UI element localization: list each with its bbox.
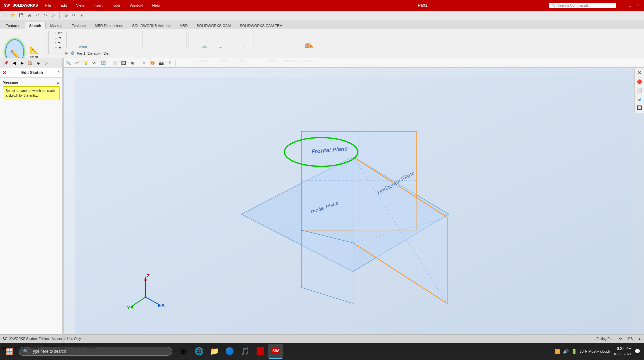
rectangle-button[interactable]: ▭ ▼ <box>53 36 64 40</box>
panel-expand-button[interactable]: ▷ <box>43 60 49 66</box>
circle-icon: ○ <box>55 41 56 45</box>
close-editsketch-button[interactable]: ✕ <box>3 70 7 75</box>
arc-button[interactable]: ◠ ▼ <box>53 46 64 50</box>
status-editing: Editing Part <box>596 337 614 341</box>
tab-evaluate[interactable]: Evaluate <box>67 22 90 29</box>
view-settings1[interactable]: ⬜ <box>111 59 118 67</box>
status-edition: SOLIDWORKS Student Edition - Academic Us… <box>3 337 596 341</box>
pin-icon[interactable]: 📌 <box>3 60 9 66</box>
tab-solidworks-cam-tbm[interactable]: SOLIDWORKS CAM TBM <box>235 22 287 29</box>
windows-icon: 🪟 <box>5 347 14 355</box>
circle-button[interactable]: ○ ▼ <box>53 41 64 45</box>
window-controls: — □ ✕ <box>619 2 641 9</box>
arc-icon: ◠ <box>55 46 57 50</box>
search-box[interactable]: 🔍 Search Commands <box>549 3 616 8</box>
status-icon: ⚙ <box>619 337 622 341</box>
menu-window[interactable]: Window <box>128 2 145 9</box>
home-icon[interactable]: 🏠 <box>27 60 33 66</box>
tab-mbd-dimensions[interactable]: MBD Dimensions <box>90 22 127 29</box>
taskbar-search-icon: 🔍 <box>23 349 29 354</box>
taskbar-search[interactable]: 🔍 Type here to search <box>19 347 172 356</box>
maximize-button[interactable]: □ <box>627 2 633 9</box>
undo-button[interactable]: ↩ <box>34 12 41 19</box>
tab-solidworks-cam[interactable]: SOLIDWORKS CAM <box>192 22 235 29</box>
tree-arrow: ▶ <box>65 51 68 55</box>
right-btn-2[interactable]: ⬜ <box>635 86 643 94</box>
menu-edit[interactable]: Edit <box>58 2 69 9</box>
menu-file[interactable]: File <box>43 2 53 9</box>
taskbar-time: 6:32 PM <box>613 346 632 352</box>
toolbar-expand[interactable]: ▼ <box>78 12 85 19</box>
taskbar-system-tray: 📶 🔊 🔋 73°F Mostly cloudy 6:32 PM 10/25/2… <box>552 346 643 357</box>
new-button[interactable]: ⬜ <box>2 12 9 19</box>
panel-forward-button[interactable]: ▶ <box>19 60 25 66</box>
view-display-button[interactable]: 💡 <box>82 59 89 67</box>
ribbon-tabs: Features Sketch Markup Evaluate MBD Dime… <box>0 20 644 29</box>
open-button[interactable]: 📂 <box>10 12 17 19</box>
redo-button[interactable]: ↪ <box>42 12 49 19</box>
title-bar: SW SOLIDWORKS File Edit View Insert Tool… <box>0 0 644 11</box>
close-button[interactable]: ✕ <box>635 2 641 9</box>
tab-markup[interactable]: Markup <box>46 22 67 29</box>
filter-icon[interactable]: ◈ <box>35 60 41 66</box>
taskbar-edge[interactable]: 🌐 <box>192 344 206 359</box>
menu-help[interactable]: Help <box>150 2 162 9</box>
3d-view-button[interactable]: 🎲 <box>62 12 69 19</box>
battery-icon[interactable]: 🔋 <box>571 349 577 354</box>
network-icon[interactable]: 📶 <box>555 349 560 354</box>
line-icon: / <box>55 31 56 35</box>
volume-icon[interactable]: 🔊 <box>563 349 569 354</box>
view-hide-button[interactable]: 👁 <box>91 59 98 67</box>
status-expand[interactable]: ▲ <box>638 337 641 341</box>
save-button[interactable]: 💾 <box>18 12 25 19</box>
tab-mbd[interactable]: MBD <box>175 22 192 29</box>
view-orient-button[interactable]: 🔍 <box>65 59 72 67</box>
part-breadcrumb[interactable]: Part1 (Default<<De... <box>77 51 111 55</box>
options-button[interactable]: ⚙ <box>70 12 77 19</box>
view-photo-button[interactable]: 📷 <box>157 59 165 67</box>
view-section-button[interactable]: ✂ <box>73 59 81 67</box>
view-settings3[interactable]: ▣ <box>128 59 136 67</box>
taskbar-search-placeholder: Type here to search <box>31 349 66 354</box>
print-button[interactable]: 🖨 <box>26 12 33 19</box>
right-btn-3[interactable]: 📊 <box>635 95 643 103</box>
svg-point-16 <box>144 296 146 298</box>
right-btn-1[interactable]: 🔴 <box>635 78 643 86</box>
tab-solidworks-addins[interactable]: SOLIDWORKS Add-Ins <box>128 22 175 29</box>
tab-sketch[interactable]: Sketch <box>25 22 45 29</box>
menu-insert[interactable]: Insert <box>91 2 105 9</box>
status-right: Editing Part ⚙ IPS ▲ <box>596 337 641 341</box>
taskbar-solidworks[interactable]: SW <box>268 344 283 359</box>
taskbar-spotify[interactable]: 🎵 <box>238 344 252 359</box>
taskbar-chrome[interactable]: 🔵 <box>222 344 237 359</box>
taskbar-office[interactable]: 🅾 <box>253 344 268 359</box>
view-settings2[interactable]: 🔲 <box>120 59 127 67</box>
tab-features[interactable]: Features <box>1 22 24 29</box>
panel-resize-handle[interactable] <box>62 58 64 343</box>
view-lights-button[interactable]: ☀ <box>140 59 147 67</box>
polygon-button[interactable]: ⬡ <box>53 51 64 55</box>
taskbar-clock[interactable]: 6:32 PM 10/25/2021 <box>613 346 632 357</box>
message-collapse-button[interactable]: ▲ <box>56 81 60 84</box>
left-panel: 📌 ◀ ▶ 🏠 ◈ ▷ ✕ Edit Sketch ? Message ▲ Se… <box>0 58 63 351</box>
close-right-button[interactable]: ✕ <box>635 69 643 77</box>
panel-back-button[interactable]: ◀ <box>11 60 17 66</box>
panel-header: 📌 ◀ ▶ 🏠 ◈ ▷ <box>0 58 62 68</box>
viewport[interactable]: Horizontal Plane Profile Plane Frontal P… <box>63 68 644 343</box>
menu-view[interactable]: View <box>74 2 86 9</box>
taskbar-taskview[interactable]: ⊞ <box>176 344 191 359</box>
view-display2-button[interactable]: 🖥 <box>166 59 174 67</box>
start-button[interactable]: 🪟 <box>1 343 17 359</box>
notifications-icon[interactable]: 💬 <box>634 349 640 354</box>
windows-taskbar: 🪟 🔍 Type here to search ⊞ 🌐 📁 🔵 🎵 🅾 SW 📶… <box>0 343 644 360</box>
line-button[interactable]: / Line <box>53 31 64 35</box>
right-btn-4[interactable]: 🔲 <box>635 104 643 112</box>
minimize-button[interactable]: — <box>619 2 625 9</box>
view-rotate-button[interactable]: 🔄 <box>99 59 107 67</box>
panel-help-button[interactable]: ? <box>58 71 60 75</box>
taskbar-explorer[interactable]: 📁 <box>207 344 222 359</box>
part-icon: ⚙️ <box>70 51 75 55</box>
view-render-button[interactable]: 🎨 <box>149 59 156 67</box>
menu-tools[interactable]: Tools <box>110 2 122 9</box>
rebuild-button[interactable]: ▷ <box>50 12 57 19</box>
